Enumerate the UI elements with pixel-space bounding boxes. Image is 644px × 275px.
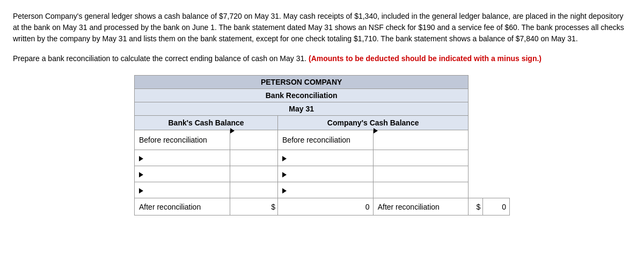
company-row1-label <box>278 150 374 166</box>
date-cell: May 31 <box>135 102 469 116</box>
company-dollar-sign: $ <box>469 198 483 215</box>
company-after-value-cell <box>483 198 510 215</box>
company-name-cell: PETERSON COMPANY <box>135 76 469 89</box>
bank-row1-label <box>135 150 230 166</box>
instruction: Prepare a bank reconciliation to calcula… <box>13 53 630 64</box>
company-row2-triangle <box>282 172 287 177</box>
bank-after-value-cell <box>278 198 374 215</box>
company-before-input-cell <box>373 130 469 150</box>
data-row-2 <box>135 166 510 182</box>
company-row3-input-cell <box>373 182 469 198</box>
date-row: May 31 <box>135 102 510 116</box>
table-wrapper: PETERSON COMPANY Bank Reconciliation May… <box>13 75 631 215</box>
bank-row2-input[interactable] <box>230 166 277 182</box>
bank-row2-input-cell <box>230 166 277 182</box>
bank-row1-input[interactable] <box>230 150 277 166</box>
company-row3-input[interactable] <box>374 182 469 198</box>
company-after-label: After reconciliation <box>373 198 469 215</box>
company-row1-triangle <box>282 156 287 161</box>
company-name-row: PETERSON COMPANY <box>135 76 510 89</box>
bank-before-label: Before reconciliation <box>135 130 230 150</box>
problem-text: Peterson Company's general ledger shows … <box>13 11 630 44</box>
reconciliation-table: PETERSON COMPANY Bank Reconciliation May… <box>134 75 510 215</box>
bank-row3-triangle <box>139 188 143 194</box>
subtitle-row: Bank Reconciliation <box>135 89 510 102</box>
bank-row2-label <box>135 166 230 182</box>
col-header-row: Bank's Cash Balance Company's Cash Balan… <box>135 116 510 130</box>
subtitle-cell: Bank Reconciliation <box>135 89 469 102</box>
bank-row1-input-cell <box>230 150 277 166</box>
company-before-triangle <box>374 128 378 133</box>
before-recon-row: Before reconciliation Before reconciliat… <box>135 130 510 150</box>
company-row2-input[interactable] <box>374 166 469 182</box>
company-row3-label <box>278 182 374 198</box>
instruction-plain: Prepare a bank reconciliation to calcula… <box>13 54 309 63</box>
bank-row3-label <box>135 182 230 198</box>
bank-row3-input-cell <box>230 182 277 198</box>
company-row2-input-cell <box>373 166 469 182</box>
instruction-bold: (Amounts to be deducted should be indica… <box>309 54 541 63</box>
bank-row3-input[interactable] <box>230 182 277 198</box>
data-row-3 <box>135 182 510 198</box>
company-row1-input-cell <box>373 150 469 166</box>
bank-after-input[interactable] <box>278 199 373 214</box>
bank-dollar-sign: $ <box>230 198 277 215</box>
company-row3-triangle <box>282 188 287 194</box>
data-row-1 <box>135 150 510 166</box>
bank-after-label: After reconciliation <box>135 198 230 215</box>
bank-row1-triangle <box>139 156 143 161</box>
bank-col-header: Bank's Cash Balance <box>135 116 278 130</box>
bank-row2-triangle <box>139 172 143 177</box>
company-after-input[interactable] <box>483 199 509 214</box>
company-before-label: Before reconciliation <box>278 130 374 150</box>
bank-before-triangle <box>230 128 235 133</box>
company-row2-label <box>278 166 374 182</box>
company-row1-input[interactable] <box>374 150 469 166</box>
after-recon-row: After reconciliation $ After reconciliat… <box>135 198 510 215</box>
bank-before-input-cell <box>230 130 277 150</box>
